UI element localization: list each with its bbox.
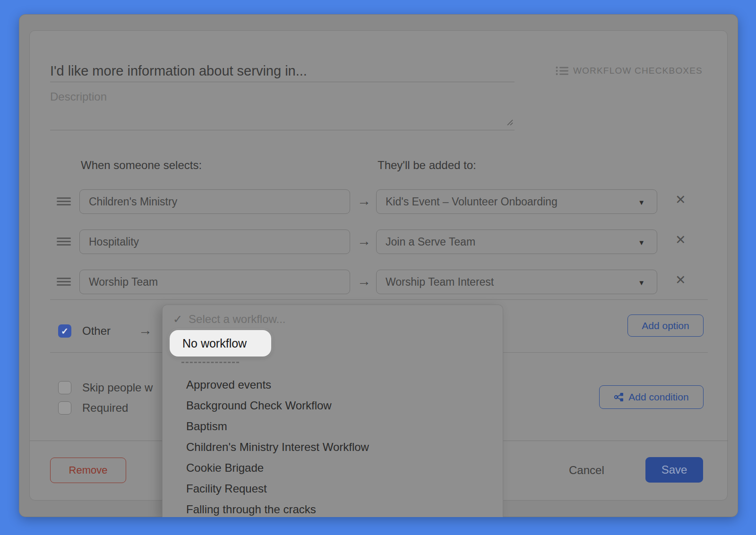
option-row: → Kid's Event – Volunteer Onboarding ▼ ✕ <box>30 189 728 214</box>
dropdown-item[interactable]: Falling through the cracks <box>163 499 504 517</box>
remove-row-icon[interactable]: ✕ <box>675 234 686 246</box>
app-window: WORKFLOW CHECKBOXES When someone selects… <box>19 14 738 517</box>
other-label: Other <box>82 324 111 338</box>
workflow-select-value: Kid's Event – Volunteer Onboarding <box>386 195 558 208</box>
required-checkbox[interactable] <box>58 401 71 415</box>
dropdown-item-selected[interactable]: ✓ Select a workflow... <box>173 313 286 326</box>
add-condition-button[interactable]: Add condition <box>599 385 704 409</box>
remove-row-icon[interactable]: ✕ <box>675 194 686 206</box>
dropdown-placeholder-text: Select a workflow... <box>189 313 285 326</box>
option-name-input[interactable] <box>79 270 350 294</box>
remove-row-icon[interactable]: ✕ <box>675 274 686 287</box>
dropdown-item[interactable]: Approved events <box>163 374 504 395</box>
workflow-select[interactable]: Worship Team Interest ▼ <box>376 270 657 294</box>
field-type-label: WORKFLOW CHECKBOXES <box>556 66 703 76</box>
no-workflow-label: No workflow <box>182 337 247 350</box>
page-background: WORKFLOW CHECKBOXES When someone selects… <box>0 0 756 535</box>
drag-handle-icon[interactable] <box>57 195 71 208</box>
arrow-icon: → <box>357 193 371 209</box>
skip-people-checkbox[interactable] <box>58 381 71 394</box>
workflow-select[interactable]: Kid's Event – Volunteer Onboarding ▼ <box>376 189 657 214</box>
workflow-select[interactable]: Join a Serve Team ▼ <box>376 229 657 254</box>
option-name-input[interactable] <box>79 189 350 214</box>
workflow-dropdown-menu: ✓ Select a workflow... No workflow Appro… <box>162 305 503 517</box>
dropdown-item-list: Approved events Background Check Workflo… <box>163 374 504 517</box>
dropdown-item[interactable]: Facility Request <box>163 478 504 499</box>
dropdown-item[interactable]: Cookie Brigade <box>163 458 504 478</box>
workflow-select-value: Worship Team Interest <box>386 276 494 289</box>
caret-down-icon: ▼ <box>638 238 645 246</box>
save-button[interactable]: Save <box>645 457 703 483</box>
required-label: Required <box>82 401 128 415</box>
workflow-select-value: Join a Serve Team <box>386 236 475 248</box>
arrow-icon: → <box>357 233 371 249</box>
drag-handle-icon[interactable] <box>57 236 71 248</box>
dropdown-item[interactable]: Children's Ministry Interest Workflow <box>163 437 504 458</box>
caret-down-icon: ▼ <box>638 198 645 206</box>
add-condition-label: Add condition <box>628 391 688 403</box>
other-checkbox[interactable]: ✓ <box>58 324 71 338</box>
arrow-icon: → <box>138 323 152 338</box>
dropdown-item[interactable]: Background Check Workflow <box>163 395 504 416</box>
column-header-added-to: They'll be added to: <box>378 159 476 172</box>
option-row: → Join a Serve Team ▼ ✕ <box>30 229 728 254</box>
section-divider <box>50 299 708 300</box>
cancel-button[interactable]: Cancel <box>566 463 607 477</box>
check-icon: ✓ <box>61 326 69 337</box>
dropdown-separator <box>181 362 239 363</box>
skip-people-label: Skip people w <box>82 381 153 394</box>
description-textarea[interactable] <box>50 86 515 130</box>
drag-handle-icon[interactable] <box>57 276 71 288</box>
required-row: Required <box>58 401 128 415</box>
column-header-selects: When someone selects: <box>81 159 202 172</box>
branch-icon <box>614 392 624 402</box>
dropdown-item-no-workflow[interactable]: No workflow <box>170 330 271 357</box>
add-option-label: Add option <box>642 320 689 331</box>
option-row: → Worship Team Interest ▼ ✕ <box>30 270 728 294</box>
option-name-input[interactable] <box>79 229 350 254</box>
question-title-input[interactable] <box>50 60 515 82</box>
resize-grip-icon[interactable] <box>506 119 513 126</box>
check-icon: ✓ <box>173 313 182 326</box>
dropdown-item[interactable]: Baptism <box>163 416 504 437</box>
remove-button[interactable]: Remove <box>50 458 126 483</box>
skip-people-row: Skip people w <box>58 381 153 395</box>
field-type-text: WORKFLOW CHECKBOXES <box>573 66 703 76</box>
arrow-icon: → <box>357 273 371 289</box>
add-option-button[interactable]: Add option <box>627 314 704 337</box>
caret-down-icon: ▼ <box>638 279 645 287</box>
list-icon <box>556 66 568 76</box>
